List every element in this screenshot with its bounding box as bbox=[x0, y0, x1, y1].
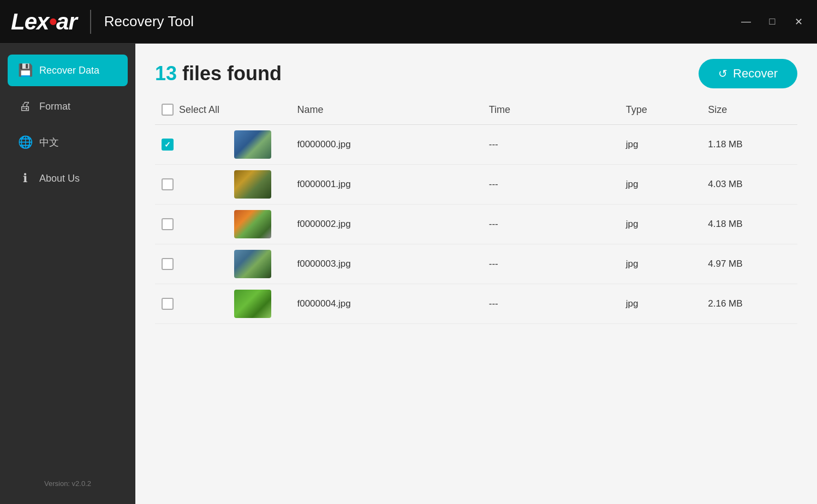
version-text: Version: v2.0.2 bbox=[8, 474, 128, 493]
file-time-0: --- bbox=[482, 125, 619, 165]
titlebar: Lex•ar Recovery Tool — □ ✕ bbox=[0, 0, 817, 44]
th-time: Time bbox=[482, 98, 619, 125]
maximize-button[interactable]: □ bbox=[765, 14, 780, 29]
sidebar-item-recover-data-label: Recover Data bbox=[39, 65, 99, 76]
table-row: f0000004.jpg---jpg2.16 MB bbox=[155, 284, 797, 324]
sidebar-item-format-label: Format bbox=[39, 101, 70, 112]
window-controls: — □ ✕ bbox=[738, 14, 806, 29]
file-time-3: --- bbox=[482, 244, 619, 284]
row-checkbox-2[interactable] bbox=[162, 218, 174, 230]
row-checkbox-3[interactable] bbox=[162, 258, 174, 270]
format-icon: 🖨 bbox=[17, 99, 33, 113]
file-type-2: jpg bbox=[619, 205, 702, 244]
file-size-1: 4.03 MB bbox=[701, 165, 797, 205]
file-size-2: 4.18 MB bbox=[701, 205, 797, 244]
files-count: 13 bbox=[155, 62, 177, 85]
logo: Lex•ar bbox=[11, 9, 77, 35]
sidebar-item-format[interactable]: 🖨 Format bbox=[8, 91, 128, 122]
select-all-label: Select All bbox=[179, 104, 219, 116]
th-type: Type bbox=[619, 98, 702, 125]
sidebar-item-recover-data[interactable]: 💾 Recover Data bbox=[8, 55, 128, 86]
file-type-0: jpg bbox=[619, 125, 702, 165]
recover-icon: ↺ bbox=[718, 67, 727, 80]
row-checkbox-0[interactable] bbox=[162, 139, 174, 151]
row-checkbox-4[interactable] bbox=[162, 298, 174, 310]
file-time-2: --- bbox=[482, 205, 619, 244]
table-row: f0000001.jpg---jpg4.03 MB bbox=[155, 165, 797, 205]
language-icon: 🌐 bbox=[17, 135, 33, 149]
sidebar-spacer bbox=[8, 199, 128, 470]
file-thumbnail-2 bbox=[234, 210, 271, 238]
file-name-3: f0000003.jpg bbox=[290, 244, 482, 284]
file-size-4: 2.16 MB bbox=[701, 284, 797, 324]
main-area: 💾 Recover Data 🖨 Format 🌐 中文 ℹ About Us … bbox=[0, 44, 817, 504]
sidebar-item-language[interactable]: 🌐 中文 bbox=[8, 127, 128, 158]
app-title: Recovery Tool bbox=[104, 13, 194, 30]
file-thumbnail-3 bbox=[234, 250, 271, 278]
files-label: files found bbox=[177, 62, 282, 85]
file-time-1: --- bbox=[482, 165, 619, 205]
table-row: f0000000.jpg---jpg1.18 MB bbox=[155, 125, 797, 165]
th-select: Select All bbox=[155, 98, 228, 125]
row-checkbox-1[interactable] bbox=[162, 178, 174, 190]
table-container: Select All Name Time Type Size f0000000.… bbox=[135, 98, 817, 504]
recover-button-label: Recover bbox=[733, 67, 778, 81]
th-thumb bbox=[228, 98, 290, 125]
recover-button[interactable]: ↺ Recover bbox=[699, 59, 797, 88]
file-time-4: --- bbox=[482, 284, 619, 324]
logo-divider bbox=[90, 10, 91, 34]
file-thumbnail-4 bbox=[234, 290, 271, 318]
file-type-3: jpg bbox=[619, 244, 702, 284]
files-found-title: 13 files found bbox=[155, 62, 282, 85]
about-icon: ℹ bbox=[17, 171, 33, 185]
sidebar-item-about-label: About Us bbox=[39, 173, 80, 184]
table-row: f0000003.jpg---jpg4.97 MB bbox=[155, 244, 797, 284]
select-all-checkbox[interactable] bbox=[162, 104, 174, 116]
file-name-1: f0000001.jpg bbox=[290, 165, 482, 205]
content: 13 files found ↺ Recover Select All bbox=[135, 44, 817, 504]
file-type-4: jpg bbox=[619, 284, 702, 324]
minimize-button[interactable]: — bbox=[738, 14, 754, 29]
th-name: Name bbox=[290, 98, 482, 125]
file-thumbnail-1 bbox=[234, 170, 271, 199]
file-name-4: f0000004.jpg bbox=[290, 284, 482, 324]
close-button[interactable]: ✕ bbox=[791, 14, 806, 29]
file-rows: f0000000.jpg---jpg1.18 MBf0000001.jpg---… bbox=[155, 125, 797, 324]
file-size-3: 4.97 MB bbox=[701, 244, 797, 284]
files-table: Select All Name Time Type Size f0000000.… bbox=[155, 98, 797, 324]
file-size-0: 1.18 MB bbox=[701, 125, 797, 165]
file-type-1: jpg bbox=[619, 165, 702, 205]
table-header-row: Select All Name Time Type Size bbox=[155, 98, 797, 125]
recover-data-icon: 💾 bbox=[17, 63, 33, 77]
file-name-0: f0000000.jpg bbox=[290, 125, 482, 165]
th-size: Size bbox=[701, 98, 797, 125]
file-thumbnail-0 bbox=[234, 130, 271, 159]
file-name-2: f0000002.jpg bbox=[290, 205, 482, 244]
logo-dot: • bbox=[49, 9, 56, 34]
sidebar-item-language-label: 中文 bbox=[39, 136, 59, 149]
sidebar-item-about[interactable]: ℹ About Us bbox=[8, 163, 128, 194]
content-header: 13 files found ↺ Recover bbox=[135, 44, 817, 98]
sidebar: 💾 Recover Data 🖨 Format 🌐 中文 ℹ About Us … bbox=[0, 44, 135, 504]
logo-area: Lex•ar Recovery Tool bbox=[11, 9, 194, 35]
table-row: f0000002.jpg---jpg4.18 MB bbox=[155, 205, 797, 244]
